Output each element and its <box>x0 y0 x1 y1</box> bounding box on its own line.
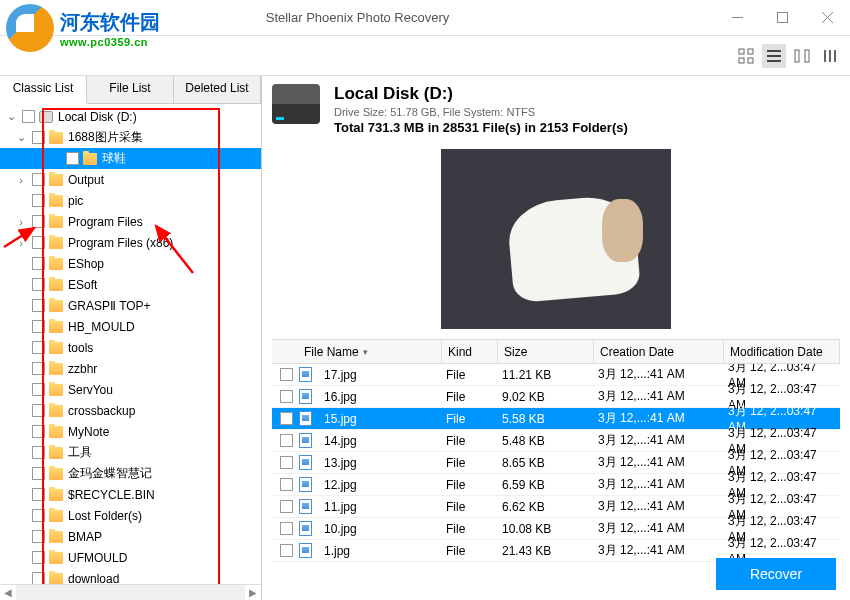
checkbox[interactable] <box>32 572 45 584</box>
folder-icon <box>49 510 63 522</box>
expand-icon[interactable]: › <box>14 237 28 249</box>
folder-icon <box>49 216 63 228</box>
folder-icon <box>49 132 63 144</box>
tree-item[interactable]: ›Output <box>0 169 261 190</box>
tree-item[interactable]: 工具 <box>0 442 261 463</box>
tree-item[interactable]: 球鞋 <box>0 148 261 169</box>
image-file-icon <box>299 455 312 470</box>
recover-button[interactable]: Recover <box>716 558 836 590</box>
checkbox[interactable] <box>32 257 45 270</box>
tree-item[interactable]: EShop <box>0 253 261 274</box>
cell-kind: File <box>440 368 496 382</box>
checkbox[interactable] <box>32 362 45 375</box>
tree-item[interactable]: tools <box>0 337 261 358</box>
image-file-icon <box>299 543 312 558</box>
tree-item[interactable]: BMAP <box>0 526 261 547</box>
folder-icon <box>49 405 63 417</box>
logo-url: www.pc0359.cn <box>60 36 160 48</box>
column-kind[interactable]: Kind <box>442 340 498 363</box>
cell-kind: File <box>440 522 496 536</box>
tree-item[interactable]: crossbackup <box>0 400 261 421</box>
checkbox[interactable] <box>32 215 45 228</box>
tree-item[interactable]: ⌄1688图片采集 <box>0 127 261 148</box>
checkbox[interactable] <box>32 278 45 291</box>
tree-item[interactable]: ›Program Files <box>0 211 261 232</box>
checkbox[interactable] <box>32 488 45 501</box>
view-detail-icon[interactable] <box>818 44 842 68</box>
cell-size: 5.58 KB <box>496 412 592 426</box>
expand-icon[interactable]: › <box>14 174 28 186</box>
tree-item[interactable]: HB_MOULD <box>0 316 261 337</box>
view-columns-icon[interactable] <box>790 44 814 68</box>
tree-item[interactable]: 金玛金蝶智慧记 <box>0 463 261 484</box>
expand-icon[interactable]: ⌄ <box>14 131 28 144</box>
folder-tree[interactable]: ⌄Local Disk (D:)⌄1688图片采集球鞋›Outputpic›Pr… <box>0 104 261 584</box>
view-grid-icon[interactable] <box>734 44 758 68</box>
tree-item[interactable]: download <box>0 568 261 584</box>
logo-icon <box>6 4 54 52</box>
checkbox[interactable] <box>280 456 293 469</box>
tree-label: Output <box>68 173 104 187</box>
folder-icon <box>49 426 63 438</box>
tree-item[interactable]: ServYou <box>0 379 261 400</box>
column-size[interactable]: Size <box>498 340 594 363</box>
cell-size: 11.21 KB <box>496 368 592 382</box>
cell-size: 5.48 KB <box>496 434 592 448</box>
maximize-button[interactable] <box>760 3 805 33</box>
checkbox[interactable] <box>32 383 45 396</box>
checkbox[interactable] <box>32 551 45 564</box>
tab-file-list[interactable]: File List <box>87 76 174 103</box>
checkbox[interactable] <box>32 131 45 144</box>
column-creation-date[interactable]: Creation Date <box>594 340 724 363</box>
view-list-icon[interactable] <box>762 44 786 68</box>
close-button[interactable] <box>805 3 850 33</box>
checkbox[interactable] <box>280 390 293 403</box>
checkbox[interactable] <box>32 236 45 249</box>
tree-item[interactable]: pic <box>0 190 261 211</box>
checkbox[interactable] <box>32 341 45 354</box>
minimize-button[interactable] <box>715 3 760 33</box>
tree-item[interactable]: GRASPⅡ TOP+ <box>0 295 261 316</box>
checkbox[interactable] <box>280 522 293 535</box>
checkbox[interactable] <box>32 320 45 333</box>
checkbox[interactable] <box>32 467 45 480</box>
column-filename[interactable]: File Name▾ <box>272 340 442 363</box>
checkbox[interactable] <box>66 152 79 165</box>
expand-icon[interactable]: ⌄ <box>4 110 18 123</box>
window-title: Stellar Phoenix Photo Recovery <box>238 10 476 25</box>
tree-item[interactable]: UFMOULD <box>0 547 261 568</box>
tree-item[interactable]: ESoft <box>0 274 261 295</box>
checkbox[interactable] <box>280 544 293 557</box>
checkbox[interactable] <box>280 412 293 425</box>
tab-classic-list[interactable]: Classic List <box>0 76 87 104</box>
tree-item[interactable]: zzbhr <box>0 358 261 379</box>
cell-kind: File <box>440 500 496 514</box>
tree-item[interactable]: MyNote <box>0 421 261 442</box>
checkbox[interactable] <box>32 446 45 459</box>
image-file-icon <box>299 433 312 448</box>
checkbox[interactable] <box>280 368 293 381</box>
checkbox[interactable] <box>32 404 45 417</box>
checkbox[interactable] <box>280 500 293 513</box>
horizontal-scrollbar[interactable]: ◀▶ <box>0 584 261 600</box>
checkbox[interactable] <box>22 110 35 123</box>
checkbox[interactable] <box>32 425 45 438</box>
tree-item[interactable]: ›Program Files (x86) <box>0 232 261 253</box>
tree-item[interactable]: $RECYCLE.BIN <box>0 484 261 505</box>
expand-icon[interactable]: › <box>14 216 28 228</box>
checkbox[interactable] <box>280 434 293 447</box>
checkbox[interactable] <box>32 530 45 543</box>
tab-deleted-list[interactable]: Deleted List <box>174 76 261 103</box>
checkbox[interactable] <box>32 509 45 522</box>
folder-icon <box>49 174 63 186</box>
checkbox[interactable] <box>32 299 45 312</box>
column-modification-date[interactable]: Modification Date <box>724 340 840 363</box>
tree-item[interactable]: Lost Folder(s) <box>0 505 261 526</box>
folder-icon <box>49 468 63 480</box>
checkbox[interactable] <box>32 194 45 207</box>
tree-item[interactable]: ⌄Local Disk (D:) <box>0 106 261 127</box>
checkbox[interactable] <box>280 478 293 491</box>
left-panel: Classic List File List Deleted List ⌄Loc… <box>0 76 262 600</box>
checkbox[interactable] <box>32 173 45 186</box>
tree-label: GRASPⅡ TOP+ <box>68 299 151 313</box>
